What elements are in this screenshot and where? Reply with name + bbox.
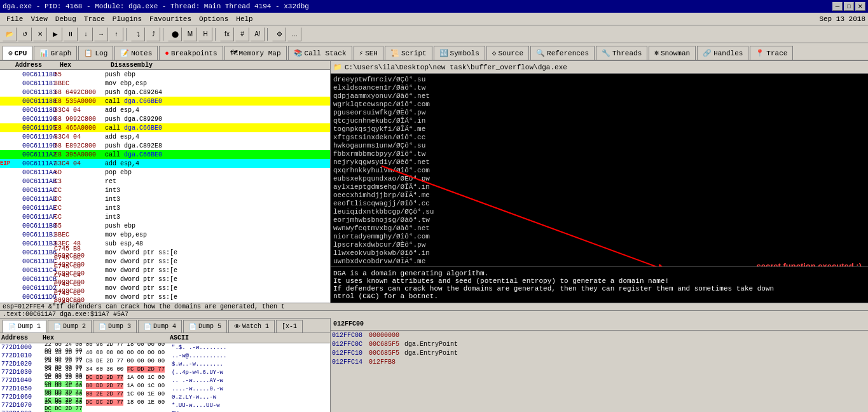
disasm-row[interactable]: 00C6111AB C3 ret	[0, 177, 330, 186]
reg-header: 012FFC00	[331, 318, 868, 331]
minimize-button[interactable]: ─	[832, 2, 843, 11]
disasm-row-eip[interactable]: EIP 00C6111A7 83C4 04 add esp,4	[0, 159, 330, 168]
menu-options[interactable]: Options	[195, 15, 232, 24]
tab-breakpoints[interactable]: ● Breakpoints	[159, 46, 223, 60]
status-line2: .text:00C611A7 dga.exe:$11A7 #5A7	[0, 310, 868, 318]
tab-threads[interactable]: 🔧 Threads	[596, 46, 647, 60]
disasm-row-call1[interactable]: 00C611188 E8 535A0000 call dga.C66BE0	[0, 97, 330, 106]
tb-memory-bp[interactable]: M	[183, 27, 197, 41]
dump-tab-2[interactable]: 📄 Dump 2	[48, 320, 92, 333]
disasm-row[interactable]: 00C6111D9 C745 CC 8893C800 mov dword ptr…	[0, 292, 330, 301]
disasm-row-call3[interactable]: 00C6111A2 E8 395A0000 call dga.C66BE0	[0, 150, 330, 159]
tb-trace-over[interactable]: ⤴	[146, 27, 160, 41]
output-area[interactable]: dreeyptwfmrciv/ØÇô⁴.su elxldsoancen1r/Øà…	[331, 74, 868, 266]
tab-script[interactable]: 📜 Script	[385, 46, 432, 60]
maximize-button[interactable]: □	[844, 2, 854, 11]
tab-log[interactable]: 📋 Log	[78, 46, 113, 60]
tb-settings[interactable]: ⚙	[272, 27, 286, 41]
disasm-row[interactable]: 00C61119D 68 E892C800 push dga.C892E8	[0, 141, 330, 150]
menu-help[interactable]: Help	[232, 15, 256, 24]
tb-calc[interactable]: fx	[220, 27, 234, 41]
menu-favourites[interactable]: Favourites	[146, 15, 195, 24]
tab-trace[interactable]: 📍 Trace	[750, 46, 793, 60]
disasm-row[interactable]: 00C6111D2 C745 C8 8493C800 mov dword ptr…	[0, 284, 330, 292]
disasm-row[interactable]: 00C6111BC C745 BC E492C800 mov dword ptr…	[0, 257, 330, 266]
tab-graph[interactable]: 📊 Graph	[34, 46, 77, 60]
disasm-row[interactable]: 00C611181 8BEC mov ebp,esp	[0, 79, 330, 88]
tb-more[interactable]: …	[287, 27, 301, 41]
disasm-row[interactable]: 00C611180 55 push ebp	[0, 70, 330, 79]
disasm-row[interactable]: 00C6111B3 83EC 48 sub esp,48	[0, 239, 330, 248]
tb-stepinto[interactable]: ↓	[79, 27, 93, 41]
tab-references[interactable]: 🔍 References	[530, 46, 595, 60]
tb-trace-into[interactable]: ⤵	[131, 27, 145, 41]
tab-snowman[interactable]: ❄ Snowman	[649, 46, 696, 60]
dump-tab-extra[interactable]: [x-1	[276, 320, 303, 333]
toolbar-sep1	[126, 28, 128, 41]
close-button[interactable]: ✕	[855, 2, 865, 11]
tb-breakpoint[interactable]: ⬤	[168, 27, 182, 41]
menu-trace[interactable]: Trace	[80, 15, 109, 24]
tab-seh[interactable]: ⚡ SEH	[354, 46, 383, 60]
window-title: dga.exe - PID: 4168 - Module: dga.exe - …	[3, 3, 309, 10]
disasm-row[interactable]: 00C6111CB C745 C4 8093C800 mov dword ptr…	[0, 275, 330, 284]
dump-row[interactable]: 772D1070 2A 00 2C 00 DC DC 2D 77 18 00 1…	[0, 401, 330, 409]
disasm-row[interactable]: 00C6111B0 55 push ebp	[0, 221, 330, 230]
dump-tab-4[interactable]: 📄 Dump 4	[138, 320, 182, 333]
tab-cpu[interactable]: ⚙ CPU	[3, 46, 32, 60]
reg-row: 012FFC08 00000000	[332, 332, 867, 341]
tab-memorymap[interactable]: 🗺 Memory Map	[224, 46, 287, 60]
snowman-icon: ❄	[654, 49, 659, 57]
dump-col-hex: Hex	[43, 334, 170, 341]
disasm-view[interactable]: Address Hex Disassembly 00C611180 55 pus…	[0, 61, 330, 303]
tb-find[interactable]: #	[235, 27, 249, 41]
tb-open[interactable]: 📂	[3, 27, 17, 41]
disasm-row[interactable]: 00C61118D 83C4 04 add esp,4	[0, 106, 330, 114]
disasm-row[interactable]: 00C61119A 83C4 04 add esp,4	[0, 132, 330, 141]
tab-symbols[interactable]: 🔣 Symbols	[434, 46, 485, 60]
disasm-row[interactable]: 00C6111AF CC int3	[0, 212, 330, 221]
tab-handles[interactable]: 🔗 Handles	[697, 46, 748, 60]
tb-hw-bp[interactable]: H	[198, 27, 212, 41]
output-line: fbbxrmbbmcbpyy/Øîô⁴.tw	[333, 149, 865, 158]
dump-tab-watch[interactable]: 👁 Watch 1	[228, 320, 275, 333]
toolbar-sep3	[215, 28, 217, 41]
disasm-row[interactable]: 00C611190 68 9092C800 push dga.C89290	[0, 114, 330, 123]
dga-info: DGA is a domain generating algorithm. It…	[331, 266, 868, 303]
tb-close[interactable]: ✕	[33, 27, 47, 41]
dump-row[interactable]: 772D1080 EU-w EU-w	[0, 409, 330, 412]
tb-restart[interactable]: ↺	[18, 27, 32, 41]
dump-view[interactable]: 772D1000 22 00 24 00 00 96 2D 77 18 00 0…	[0, 343, 330, 412]
output-line: eorjmhwbsbnojsg/Øàô⁴.tw	[333, 216, 865, 224]
tb-run[interactable]: ▶	[48, 27, 62, 41]
dump-tab-1[interactable]: 📄 Dump 1	[3, 320, 46, 333]
output-line: leuiqidxntkbbcgp/ØÇô⁴.su	[333, 207, 865, 216]
disasm-row[interactable]: 00C6111C4 C745 C0 7C93C800 mov dword ptr…	[0, 266, 330, 275]
toolbar: 📂 ↺ ✕ ▶ ⏸ ↓ → ↑ ⤵ ⤴ ⬤ M H fx # A! ⚙ …	[0, 25, 868, 43]
tb-stepout[interactable]: ↑	[109, 27, 123, 41]
tb-stepover[interactable]: →	[94, 27, 108, 41]
tb-highlight[interactable]: A!	[251, 27, 265, 41]
menu-plugins[interactable]: Plugins	[109, 15, 146, 24]
dump4-icon: 📄	[144, 323, 151, 331]
disasm-row[interactable]: 00C6111B1 8BEC mov ebp,esp	[0, 230, 330, 239]
disasm-row-call2[interactable]: 00C611195 E8 465A0000 call dga.C66BE0	[0, 123, 330, 132]
menu-file[interactable]: File	[3, 15, 27, 24]
tab-source[interactable]: ◇ Source	[486, 46, 529, 60]
tb-pause[interactable]: ⏸	[64, 27, 78, 41]
disasm-row[interactable]: 00C6111AD CC int3	[0, 195, 330, 203]
disasm-row[interactable]: 00C6111AE CC int3	[0, 203, 330, 212]
tab-callstack[interactable]: 📚 Call Stack	[288, 46, 352, 60]
disasm-row[interactable]: 00C611183 68 6492C800 push dga.C89264	[0, 88, 330, 97]
tab-notes[interactable]: 📝 Notes	[114, 46, 158, 60]
output-line: niortadyemmghy/Øîô⁴.com	[333, 232, 865, 240]
disasm-row[interactable]: 00C6111AA 5D pop ebp	[0, 168, 330, 177]
dump-tab-3[interactable]: 📄 Dump 3	[93, 320, 137, 333]
dump-tab-5[interactable]: 📄 Dump 5	[183, 320, 227, 333]
dump3-icon: 📄	[99, 323, 106, 331]
dump-header: Address Hex ASCII	[0, 333, 330, 343]
menu-view[interactable]: View	[27, 15, 51, 24]
disasm-row[interactable]: 00C6111AC CC int3	[0, 186, 330, 195]
menu-debug[interactable]: Debug	[52, 15, 80, 24]
disasm-row[interactable]: 00C6111B6 C745 B8 8C92C800 mov dword ptr…	[0, 248, 330, 257]
